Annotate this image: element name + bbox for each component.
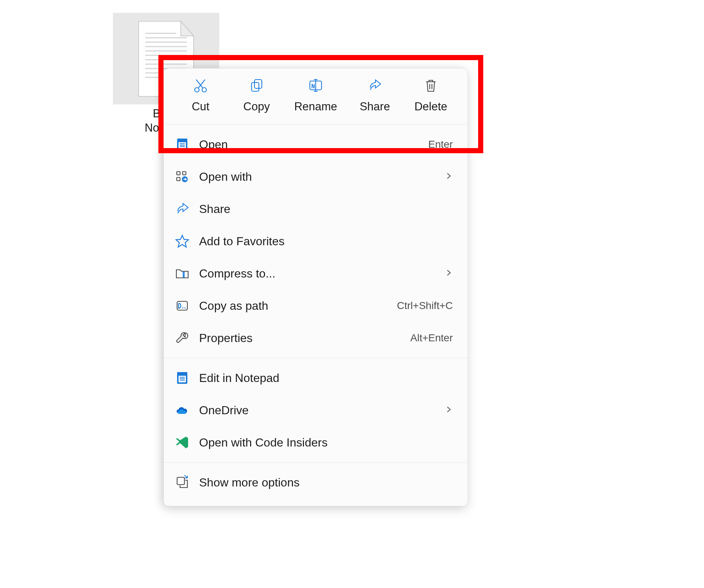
zip-folder-icon <box>174 265 190 282</box>
svg-point-14 <box>202 88 206 92</box>
svg-point-13 <box>195 88 199 92</box>
menu-item-compress[interactable]: Compress to... <box>164 257 467 290</box>
copy-path-icon <box>174 298 190 314</box>
cut-label: Cut <box>192 100 209 113</box>
context-menu: Cut Copy <box>164 68 468 506</box>
svg-rect-26 <box>177 139 187 141</box>
expand-icon <box>174 474 190 490</box>
svg-rect-18 <box>254 80 262 88</box>
quick-actions-row: Cut Copy <box>164 72 467 124</box>
menu-item-open-with[interactable]: Open with <box>164 161 467 193</box>
scissors-icon <box>192 77 209 93</box>
copy-button[interactable]: Copy <box>238 77 275 113</box>
onedrive-icon <box>174 402 190 418</box>
share-arrow-icon <box>367 77 383 93</box>
notepad-icon <box>174 136 190 152</box>
rename-label: Rename <box>294 100 337 113</box>
menu-label: Copy as path <box>199 299 397 313</box>
shortcut-hint: Alt+Enter <box>410 332 453 344</box>
share-button[interactable]: Share <box>356 77 393 113</box>
delete-button[interactable]: Delete <box>412 77 449 113</box>
menu-item-favorites[interactable]: Add to Favorites <box>164 225 467 257</box>
menu-item-properties[interactable]: Properties Alt+Enter <box>164 322 467 354</box>
rename-button[interactable]: Rename <box>294 77 337 113</box>
chevron-right-icon <box>445 172 453 181</box>
vscode-insiders-icon <box>174 434 190 451</box>
svg-rect-43 <box>177 372 187 374</box>
cut-button[interactable]: Cut <box>182 77 219 113</box>
trash-icon <box>423 77 439 93</box>
menu-label: Edit in Notepad <box>199 371 453 385</box>
menu-item-share[interactable]: Share <box>164 193 467 225</box>
delete-label: Delete <box>414 100 447 113</box>
menu-item-code-insiders[interactable]: Open with Code Insiders <box>164 426 467 459</box>
svg-marker-1 <box>181 21 194 36</box>
rename-icon <box>308 77 324 93</box>
share-arrow-icon <box>174 201 190 217</box>
wrench-icon <box>174 330 190 346</box>
menu-item-show-more[interactable]: Show more options <box>164 466 467 499</box>
shortcut-hint: Enter <box>428 139 453 150</box>
menu-label: Show more options <box>199 476 453 489</box>
share-label: Share <box>360 100 390 113</box>
menu-item-copy-path[interactable]: Copy as path Ctrl+Shift+C <box>164 290 467 322</box>
shortcut-hint: Ctrl+Shift+C <box>397 300 453 312</box>
menu-label: Compress to... <box>199 267 445 280</box>
copy-icon <box>249 77 265 93</box>
chevron-right-icon <box>445 269 453 278</box>
menu-item-edit-notepad[interactable]: Edit in Notepad <box>164 362 467 394</box>
svg-rect-17 <box>252 82 259 91</box>
menu-item-onedrive[interactable]: OneDrive <box>164 394 467 426</box>
chevron-right-icon <box>445 405 453 415</box>
svg-rect-33 <box>183 172 186 175</box>
menu-label: Open with <box>199 170 445 184</box>
svg-rect-31 <box>177 172 180 175</box>
menu-label: Properties <box>199 331 410 345</box>
menu-label: Share <box>199 202 453 216</box>
menu-label: Add to Favorites <box>199 235 453 248</box>
svg-rect-32 <box>177 177 180 181</box>
copy-label: Copy <box>243 100 270 113</box>
menu-item-open[interactable]: Open Enter <box>164 128 467 161</box>
menu-label: OneDrive <box>199 404 445 417</box>
notepad-icon <box>174 370 190 386</box>
svg-rect-48 <box>177 477 184 485</box>
menu-label: Open <box>199 138 428 151</box>
menu-label: Open with Code Insiders <box>199 436 453 449</box>
open-with-icon <box>174 169 190 185</box>
star-icon <box>174 233 190 249</box>
